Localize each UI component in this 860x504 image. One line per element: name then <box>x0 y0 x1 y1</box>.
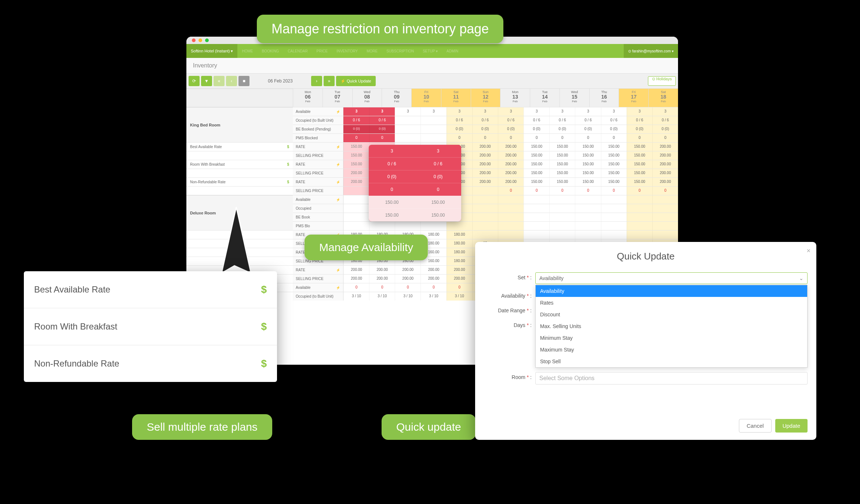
grid-cell[interactable]: 0 (0) <box>524 125 549 133</box>
grid-cell[interactable]: 180.00 <box>447 257 472 265</box>
grid-cell[interactable]: 150.00 <box>627 151 652 160</box>
grid-cell[interactable]: 150.00 <box>343 160 369 169</box>
grid-cell[interactable]: 200.00 <box>369 275 395 283</box>
update-button[interactable]: Update <box>775 419 808 433</box>
grid-cell[interactable]: 200.00 <box>343 266 369 274</box>
grid-cell[interactable]: 0 (0) <box>575 125 601 133</box>
grid-cell[interactable] <box>498 231 524 239</box>
grid-cell[interactable] <box>343 195 369 204</box>
grid-cell[interactable] <box>395 134 420 142</box>
grid-cell[interactable] <box>498 204 524 213</box>
grid-cell[interactable]: 200.00 <box>472 151 498 160</box>
date-header[interactable]: Tue14Feb <box>530 89 560 107</box>
grid-cell[interactable]: 200.00 <box>343 275 369 283</box>
grid-cell[interactable]: 0 <box>627 187 652 195</box>
rate-plan-label[interactable]: Non-Refundable Rate$ <box>186 177 293 186</box>
grid-cell[interactable]: 150.00 <box>575 178 601 186</box>
grid-cell[interactable]: 0 (0) <box>447 125 472 133</box>
grid-cell[interactable]: 3 <box>447 107 472 116</box>
grid-cell[interactable]: 150.00 <box>549 178 575 186</box>
option-max-stay[interactable]: Maximum Stay <box>536 344 807 356</box>
brand-dropdown[interactable]: Softinn Hotel (Instant) ▾ <box>186 44 237 58</box>
grid-cell[interactable] <box>524 195 549 204</box>
grid-cell[interactable]: 150.00 <box>575 169 601 177</box>
grid-cell[interactable] <box>601 222 627 230</box>
option-max-selling[interactable]: Max. Selling Units <box>536 320 807 332</box>
nav-home[interactable]: HOME <box>237 49 257 53</box>
grid-cell[interactable] <box>652 204 678 213</box>
date-header[interactable]: Wed15Feb <box>560 89 589 107</box>
close-icon[interactable]: × <box>806 247 810 255</box>
grid-cell[interactable]: 200.00 <box>498 143 524 151</box>
grid-cell[interactable]: 0 / 6 <box>549 116 575 125</box>
grid-cell[interactable]: 0 <box>498 134 524 142</box>
grid-cell[interactable] <box>395 222 420 230</box>
grid-cell[interactable]: 150.00 <box>627 160 652 169</box>
nav-subscription[interactable]: SUBSCRIPTION <box>382 49 418 53</box>
rate-plan-item[interactable]: Room With Breakfast$ <box>24 308 277 345</box>
grid-cell[interactable] <box>652 231 678 239</box>
refresh-icon[interactable]: ⟳ <box>189 76 200 86</box>
grid-cell[interactable] <box>627 222 652 230</box>
grid-cell[interactable] <box>343 222 369 230</box>
grid-cell[interactable]: 0 / 6 <box>472 116 498 125</box>
grid-cell[interactable]: 0 <box>627 134 652 142</box>
prev-icon[interactable]: ‹ <box>226 76 237 86</box>
grid-cell[interactable] <box>549 231 575 239</box>
option-stop-sell[interactable]: Stop Sell <box>536 356 807 367</box>
option-rates[interactable]: Rates <box>536 297 807 309</box>
grid-cell[interactable]: 0 <box>343 283 369 292</box>
grid-cell[interactable]: 150.00 <box>549 143 575 151</box>
grid-cell[interactable] <box>652 213 678 221</box>
grid-cell[interactable]: 150.00 <box>601 151 627 160</box>
holidays-button[interactable]: ⊙ Holidays <box>648 76 676 86</box>
grid-cell[interactable] <box>472 187 498 195</box>
grid-cell[interactable]: 0 / 6 <box>575 116 601 125</box>
user-menu[interactable]: ⊙ farahin@mysoftinn.com ▾ <box>624 44 678 58</box>
grid-cell[interactable]: 150.00 <box>524 143 549 151</box>
grid-cell[interactable]: 0 (0) <box>652 125 678 133</box>
grid-cell[interactable] <box>575 222 601 230</box>
grid-cell[interactable] <box>524 204 549 213</box>
grid-cell[interactable] <box>343 213 369 221</box>
grid-cell[interactable]: 3 <box>369 107 395 116</box>
grid-cell[interactable]: 150.00 <box>575 160 601 169</box>
grid-cell[interactable]: 150.00 <box>524 169 549 177</box>
today-icon[interactable]: ■ <box>238 76 249 86</box>
grid-cell[interactable] <box>472 222 498 230</box>
grid-cell[interactable]: 180.00 <box>447 231 472 239</box>
grid-cell[interactable] <box>524 231 549 239</box>
grid-cell[interactable] <box>343 187 369 195</box>
grid-cell[interactable]: 200.00 <box>652 178 678 186</box>
grid-cell[interactable] <box>627 231 652 239</box>
grid-cell[interactable]: 150.00 <box>549 169 575 177</box>
date-header[interactable]: Tue07Feb <box>322 89 352 107</box>
grid-cell[interactable] <box>627 213 652 221</box>
grid-cell[interactable]: 0 <box>524 134 549 142</box>
grid-cell[interactable] <box>549 204 575 213</box>
grid-cell[interactable] <box>498 222 524 230</box>
grid-cell[interactable] <box>575 195 601 204</box>
date-input[interactable]: 06 Feb 2023 <box>251 78 310 84</box>
grid-cell[interactable] <box>524 222 549 230</box>
grid-cell[interactable]: 150.00 <box>549 151 575 160</box>
option-availability[interactable]: Availability <box>536 285 807 297</box>
rate-plan-item[interactable]: Non-Refundable Rate$ <box>24 345 277 382</box>
grid-cell[interactable]: 0 <box>343 134 369 142</box>
grid-cell[interactable] <box>395 125 420 133</box>
option-discount[interactable]: Discount <box>536 309 807 320</box>
grid-cell[interactable]: 200.00 <box>498 178 524 186</box>
grid-cell[interactable]: 150.00 <box>601 160 627 169</box>
grid-cell[interactable]: 150.00 <box>575 143 601 151</box>
grid-cell[interactable]: 3 <box>343 107 369 116</box>
prev-fast-icon[interactable]: « <box>214 76 225 86</box>
grid-cell[interactable]: 0 / 6 <box>627 116 652 125</box>
grid-cell[interactable]: 150.00 <box>524 151 549 160</box>
grid-cell[interactable]: 0 <box>575 134 601 142</box>
grid-cell[interactable]: 0 (0) <box>498 125 524 133</box>
grid-cell[interactable]: 0 <box>524 187 549 195</box>
date-header[interactable]: Thu09Feb <box>382 89 411 107</box>
grid-cell[interactable]: 0 <box>652 134 678 142</box>
grid-cell[interactable]: 150.00 <box>601 143 627 151</box>
grid-cell[interactable]: 200.00 <box>369 266 395 274</box>
